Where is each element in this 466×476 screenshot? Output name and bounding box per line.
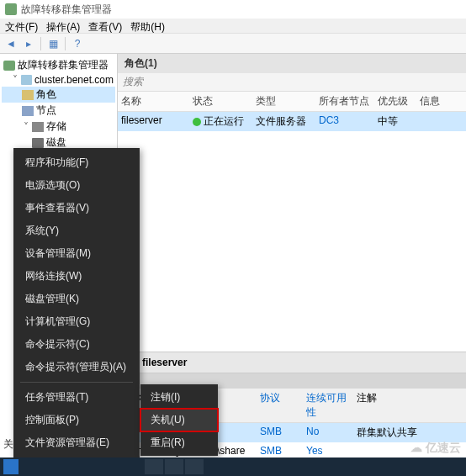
tree-storage[interactable]: ˅存储 <box>2 119 115 135</box>
status-text: 关 <box>3 437 13 452</box>
panel-title: 角色(1) <box>118 54 466 73</box>
table-row[interactable]: fileserver 正在运行 文件服务器 DC3 中等 <box>118 112 466 131</box>
taskbar-item[interactable] <box>145 459 163 474</box>
tree-label: 角色 <box>36 87 56 102</box>
toolbar: ◄ ▸ ▦ ? <box>0 34 466 54</box>
menu-cmd[interactable]: 命令提示符(C) <box>13 333 140 356</box>
tree-label: 节点 <box>36 103 56 118</box>
cell-priority: 中等 <box>374 112 416 131</box>
cell: SMB <box>257 442 303 459</box>
taskbar-item[interactable] <box>185 459 204 474</box>
menu-power-options[interactable]: 电源选项(O) <box>13 174 140 197</box>
cell: 群集默认共享 <box>353 423 466 442</box>
shutdown-submenu: 注销(I) 关机(U) 重启(R) <box>140 384 218 456</box>
tree-roles[interactable]: 角色 <box>2 87 115 103</box>
cell: Yes <box>303 442 353 459</box>
cell-owner: DC3 <box>315 112 374 131</box>
col-info[interactable]: 信息 <box>416 92 466 111</box>
menu-separator <box>20 382 133 383</box>
cell-type: 文件服务器 <box>252 112 315 131</box>
menu-file-explorer[interactable]: 文件资源管理器(E) <box>13 431 140 454</box>
cluster-manager-icon <box>3 61 15 71</box>
menu-cmd-admin[interactable]: 命令提示符(管理员)(A) <box>13 356 140 378</box>
cell-info <box>416 112 466 131</box>
cell-status: 正在运行 <box>189 112 252 131</box>
detail-header: fileserver <box>118 352 466 373</box>
disk-icon <box>32 138 44 148</box>
roles-table-body: fileserver 正在运行 文件服务器 DC3 中等 <box>118 112 466 352</box>
tree-label: 存储 <box>46 119 66 134</box>
submenu-logoff[interactable]: 注销(I) <box>140 386 218 409</box>
col-name[interactable]: 名称 <box>118 92 189 111</box>
menu-file[interactable]: 文件(F) <box>5 20 38 31</box>
chevron-down-icon[interactable]: ˅ <box>12 74 19 86</box>
menu-system[interactable]: 系统(Y) <box>13 219 140 242</box>
storage-icon <box>32 122 44 132</box>
titlebar: 故障转移群集管理器 <box>0 0 466 19</box>
search-input[interactable]: 搜索 <box>118 73 466 92</box>
tree-nodes[interactable]: 节点 <box>2 103 115 119</box>
taskbar-apps <box>145 459 204 474</box>
col-status[interactable]: 状态 <box>189 92 252 111</box>
back-icon[interactable]: ◄ <box>3 36 19 51</box>
winx-menu: 程序和功能(F) 电源选项(O) 事件查看器(V) 系统(Y) 设备管理器(M)… <box>13 148 140 476</box>
cell: No <box>303 423 353 442</box>
menu-network-connections[interactable]: 网络连接(W) <box>13 265 140 288</box>
menu-view[interactable]: 查看(V) <box>88 20 122 31</box>
start-button[interactable] <box>3 459 19 474</box>
col-type[interactable]: 类型 <box>252 92 315 111</box>
tree-cluster[interactable]: ˅cluster.benet.com <box>2 73 115 87</box>
cell: SMB <box>257 423 303 442</box>
taskbar-item[interactable] <box>165 459 183 474</box>
col-owner[interactable]: 所有者节点 <box>315 92 374 111</box>
toolbar-separator <box>40 37 41 50</box>
menu-control-panel[interactable]: 控制面板(P) <box>13 409 140 431</box>
forward-icon[interactable]: ▸ <box>21 36 36 51</box>
running-icon <box>193 118 201 126</box>
detail-title: fileserver <box>142 357 187 368</box>
menubar: 文件(F) 操作(A) 查看(V) 帮助(H) <box>0 19 466 34</box>
menu-action[interactable]: 操作(A) <box>46 20 80 31</box>
menu-disk-management[interactable]: 磁盘管理(K) <box>13 288 140 310</box>
app-icon <box>5 3 17 15</box>
tree-label: 故障转移群集管理器 <box>18 58 109 72</box>
tree-label: cluster.benet.com <box>34 74 114 86</box>
col-share-proto[interactable]: 协议 <box>257 389 303 422</box>
window-title: 故障转移群集管理器 <box>21 3 112 17</box>
help-icon[interactable]: ? <box>70 36 85 51</box>
role-icon <box>22 90 34 100</box>
toolbar-action-icon[interactable]: ▦ <box>45 36 61 51</box>
col-share-avail[interactable]: 连续可用性 <box>303 389 353 422</box>
cell-name: fileserver <box>118 112 189 131</box>
toolbar-separator <box>65 37 66 50</box>
col-priority[interactable]: 优先级 <box>374 92 416 111</box>
menu-task-manager[interactable]: 任务管理器(T) <box>13 386 140 409</box>
col-share-remark[interactable]: 注解 <box>353 389 466 422</box>
menu-programs-features[interactable]: 程序和功能(F) <box>13 151 140 174</box>
submenu-restart[interactable]: 重启(R) <box>140 431 218 454</box>
tree-root[interactable]: 故障转移群集管理器 <box>2 57 115 73</box>
menu-event-viewer[interactable]: 事件查看器(V) <box>13 197 140 219</box>
submenu-shutdown[interactable]: 关机(U) <box>140 409 218 431</box>
roles-table-header: 名称 状态 类型 所有者节点 优先级 信息 <box>118 92 466 112</box>
menu-device-manager[interactable]: 设备管理器(M) <box>13 242 140 265</box>
chevron-down-icon[interactable]: ˅ <box>22 121 29 133</box>
menu-computer-management[interactable]: 计算机管理(G) <box>13 310 140 333</box>
node-icon <box>22 106 34 116</box>
watermark: ☁ 亿速云 <box>410 441 461 456</box>
menu-help[interactable]: 帮助(H) <box>130 20 165 31</box>
taskbar <box>0 457 466 476</box>
server-icon <box>21 75 32 85</box>
